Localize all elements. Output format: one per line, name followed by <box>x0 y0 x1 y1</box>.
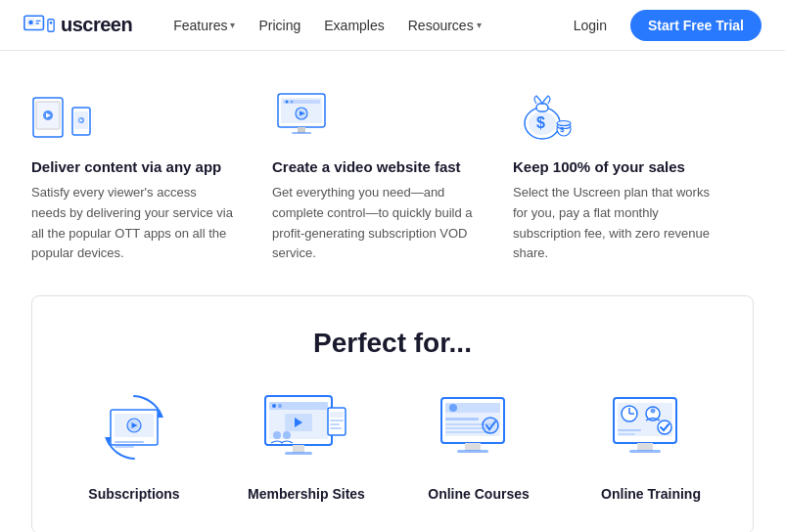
svg-point-49 <box>273 431 281 439</box>
svg-rect-24 <box>292 132 311 134</box>
svg-rect-81 <box>629 450 661 453</box>
courses-label: Online Courses <box>428 486 529 502</box>
membership-label: Membership Sites <box>248 486 365 502</box>
perfect-training: Online Training <box>573 386 729 502</box>
svg-point-76 <box>651 409 656 414</box>
svg-rect-64 <box>445 427 486 429</box>
feature-item-website: Create a video website fast Get everythi… <box>272 82 513 264</box>
sales-icon: $ $ <box>513 82 715 145</box>
svg-rect-80 <box>637 443 653 451</box>
perfect-section: Perfect for... <box>31 295 754 532</box>
svg-rect-55 <box>330 420 344 421</box>
svg-point-50 <box>283 431 291 439</box>
logo[interactable]: uscreen <box>23 14 132 36</box>
svg-point-45 <box>272 404 276 408</box>
logo-text: uscreen <box>61 14 132 36</box>
svg-rect-51 <box>293 445 304 453</box>
feature-item-apps: Deliver content via any app Satisfy ever… <box>31 82 272 264</box>
svg-rect-62 <box>445 418 479 421</box>
resources-chevron-icon: ▾ <box>477 20 482 30</box>
feature-item-sales: $ $ Keep 100% of your sales Select the U… <box>513 82 754 264</box>
training-icon <box>602 386 700 474</box>
svg-rect-40 <box>115 441 144 443</box>
svg-rect-52 <box>285 452 312 455</box>
perfect-title: Perfect for... <box>56 328 729 359</box>
features-row: Deliver content via any app Satisfy ever… <box>31 82 754 264</box>
nav-examples[interactable]: Examples <box>314 12 393 39</box>
header-actions: Login Start Free Trial <box>562 10 762 41</box>
feature-3-desc: Select the Uscreen plan that works for y… <box>513 183 715 264</box>
svg-point-18 <box>286 101 289 104</box>
subscriptions-label: Subscriptions <box>88 486 179 502</box>
login-button[interactable]: Login <box>562 12 619 39</box>
svg-rect-41 <box>115 446 134 448</box>
svg-text:$: $ <box>536 114 545 131</box>
svg-point-6 <box>50 22 53 24</box>
feature-1-title: Deliver content via any app <box>31 158 233 175</box>
perfect-subscriptions: Subscriptions <box>56 386 212 502</box>
training-label: Online Training <box>601 486 701 502</box>
feature-3-title: Keep 100% of your sales <box>513 158 715 175</box>
svg-rect-69 <box>457 450 488 453</box>
apps-icon <box>31 82 233 145</box>
svg-point-19 <box>291 101 294 104</box>
nav-resources[interactable]: Resources ▾ <box>398 12 491 39</box>
perfect-courses: Online Courses <box>400 386 557 502</box>
features-chevron-icon: ▾ <box>230 20 235 30</box>
svg-text:$: $ <box>560 125 565 134</box>
svg-rect-78 <box>618 429 641 431</box>
svg-rect-17 <box>283 100 320 104</box>
svg-rect-5 <box>48 19 54 30</box>
feature-2-title: Create a video website fast <box>272 158 474 175</box>
subscriptions-icon <box>95 386 173 474</box>
perfect-grid: Subscriptions <box>56 386 729 502</box>
perfect-membership: Membership Sites <box>228 386 385 502</box>
nav-pricing[interactable]: Pricing <box>249 12 310 39</box>
feature-1-desc: Satisfy every viewer's access needs by d… <box>31 183 233 264</box>
courses-icon <box>430 386 528 474</box>
svg-rect-65 <box>445 431 490 433</box>
svg-rect-54 <box>330 412 344 418</box>
membership-icon <box>257 386 355 474</box>
feature-2-desc: Get everything you need—and complete con… <box>272 183 474 264</box>
svg-rect-3 <box>35 20 40 21</box>
svg-rect-57 <box>330 427 342 429</box>
trial-button[interactable]: Start Free Trial <box>630 10 762 41</box>
svg-rect-56 <box>330 423 340 425</box>
svg-rect-4 <box>35 22 39 23</box>
website-icon <box>272 82 474 145</box>
svg-point-46 <box>278 404 282 408</box>
svg-rect-68 <box>465 443 481 451</box>
nav-features[interactable]: Features ▾ <box>163 12 245 39</box>
svg-point-2 <box>28 20 32 23</box>
svg-point-61 <box>449 404 457 412</box>
svg-rect-79 <box>618 433 635 435</box>
main-nav: Features ▾ Pricing Examples Resources ▾ <box>163 12 561 39</box>
svg-rect-28 <box>536 104 548 111</box>
